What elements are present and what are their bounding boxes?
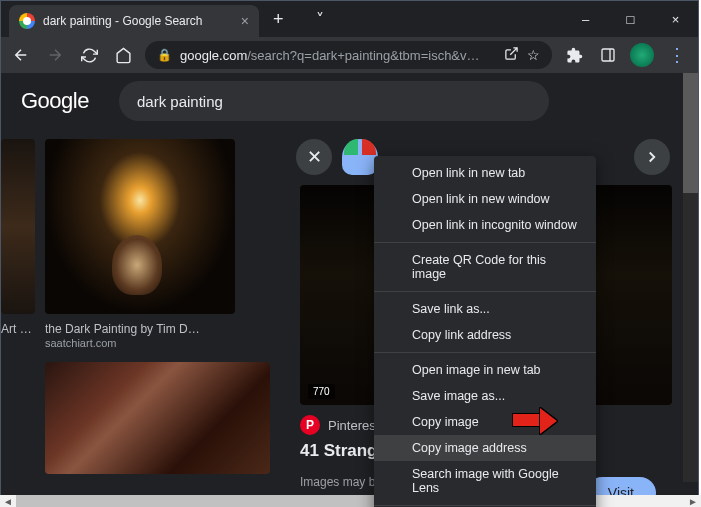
search-input[interactable]: dark painting	[119, 81, 549, 121]
ctx-copy-link-address[interactable]: Copy link address	[374, 322, 596, 348]
annotation-arrow	[512, 413, 542, 427]
ctx-save-image[interactable]: Save image as...	[374, 383, 596, 409]
separator	[374, 505, 596, 506]
back-button[interactable]	[9, 43, 33, 67]
google-favicon	[19, 13, 35, 29]
next-image-button[interactable]	[634, 139, 670, 175]
image-size-badge: 770	[308, 384, 335, 399]
ctx-save-link[interactable]: Save link as...	[374, 296, 596, 322]
result-thumbnail[interactable]	[45, 362, 270, 474]
vertical-scrollbar[interactable]	[683, 73, 698, 482]
window-maximize-button[interactable]: □	[608, 4, 653, 34]
tab-search-caret-icon[interactable]: ˅	[298, 4, 343, 34]
result-thumbnail[interactable]	[45, 139, 235, 314]
extensions-icon[interactable]	[562, 43, 586, 67]
separator	[374, 242, 596, 243]
url-text: google.com/search?q=dark+painting&tbm=is…	[180, 48, 496, 63]
titlebar: dark painting - Google Search × + ˅ – □ …	[1, 1, 698, 37]
scroll-right-button[interactable]: ►	[685, 495, 701, 507]
window-minimize-button[interactable]: –	[563, 4, 608, 34]
extension-cursor-icon	[342, 139, 378, 175]
address-bar[interactable]: 🔒 google.com/search?q=dark+painting&tbm=…	[145, 41, 552, 69]
separator	[374, 291, 596, 292]
pinterest-icon: P	[300, 415, 320, 435]
google-logo[interactable]: Google	[21, 88, 89, 114]
result-caption[interactable]: Art …	[1, 320, 35, 338]
lock-icon: 🔒	[157, 48, 172, 62]
ctx-open-incognito[interactable]: Open link in incognito window	[374, 212, 596, 238]
profile-avatar[interactable]	[630, 43, 654, 67]
svg-rect-0	[602, 49, 614, 61]
home-button[interactable]	[111, 43, 135, 67]
separator	[374, 352, 596, 353]
visit-button[interactable]: Visit	[586, 477, 656, 497]
result-caption[interactable]: the Dark Painting by Tim D…saatchiart.co…	[45, 320, 270, 352]
browser-toolbar: 🔒 google.com/search?q=dark+painting&tbm=…	[1, 37, 698, 73]
scrollbar-thumb[interactable]	[683, 73, 698, 193]
ctx-copy-image-address[interactable]: Copy image address	[374, 435, 596, 461]
browser-tab[interactable]: dark painting - Google Search ×	[9, 5, 259, 37]
new-tab-button[interactable]: +	[259, 9, 298, 30]
ctx-search-google-lens[interactable]: Search image with Google Lens	[374, 461, 596, 501]
context-menu: Open link in new tab Open link in new wi…	[374, 156, 596, 507]
tab-title: dark painting - Google Search	[43, 14, 233, 28]
share-icon[interactable]	[504, 46, 519, 64]
result-thumbnail[interactable]	[1, 139, 35, 314]
ctx-copy-image[interactable]: Copy image	[374, 409, 596, 435]
chrome-menu-button[interactable]: ⋮	[664, 44, 690, 66]
forward-button[interactable]	[43, 43, 67, 67]
window-close-button[interactable]: ×	[653, 4, 698, 34]
bookmark-star-icon[interactable]: ☆	[527, 47, 540, 63]
reload-button[interactable]	[77, 43, 101, 67]
sidepanel-icon[interactable]	[596, 43, 620, 67]
scroll-left-button[interactable]: ◄	[0, 495, 16, 507]
ctx-open-new-window[interactable]: Open link in new window	[374, 186, 596, 212]
ctx-create-qr[interactable]: Create QR Code for this image	[374, 247, 596, 287]
close-preview-button[interactable]: ✕	[296, 139, 332, 175]
ctx-open-image-new-tab[interactable]: Open image in new tab	[374, 357, 596, 383]
ctx-open-new-tab[interactable]: Open link in new tab	[374, 160, 596, 186]
scrollbar-thumb[interactable]	[16, 495, 417, 507]
tab-close-icon[interactable]: ×	[241, 13, 249, 29]
